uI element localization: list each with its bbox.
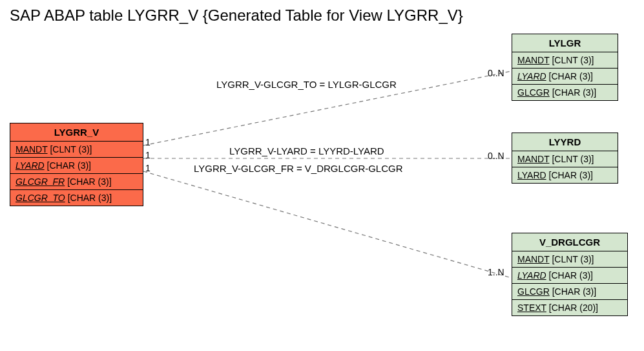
field-type: [CLNT (3)] xyxy=(50,144,92,154)
field-row: GLCGR [CHAR (3)] xyxy=(512,284,627,300)
field-name: GLCGR_TO xyxy=(16,193,65,203)
field-type: [CHAR (3)] xyxy=(67,176,111,187)
field-type: [CLNT (3)] xyxy=(552,254,594,264)
field-type: [CHAR (3)] xyxy=(549,71,593,81)
field-name: LYARD xyxy=(16,160,45,171)
entity-lylgr: LYLGR MANDT [CLNT (3)] LYARD [CHAR (3)] … xyxy=(512,34,618,101)
entity-vdrglcgr: V_DRGLCGR MANDT [CLNT (3)] LYARD [CHAR (… xyxy=(512,233,628,316)
field-row: LYARD [CHAR (3)] xyxy=(512,268,627,284)
field-name: LYARD xyxy=(517,71,546,81)
field-name: LYARD xyxy=(517,270,546,281)
field-type: [CHAR (20)] xyxy=(549,303,598,313)
field-type: [CHAR (3)] xyxy=(47,160,91,171)
entity-header: LYGRR_V xyxy=(10,123,143,142)
field-type: [CLNT (3)] xyxy=(552,55,594,65)
page-title: SAP ABAP table LYGRR_V {Generated Table … xyxy=(10,6,463,25)
cardinality-left-2: 1 xyxy=(145,150,151,160)
relation-label-2: LYGRR_V-LYARD = LYYRD-LYARD xyxy=(229,145,384,156)
field-name: STEXT xyxy=(517,303,546,313)
svg-line-2 xyxy=(143,171,512,278)
field-row: MANDT [CLNT (3)] xyxy=(512,251,627,268)
field-row: GLCGR_TO [CHAR (3)] xyxy=(10,190,143,206)
field-row: MANDT [CLNT (3)] xyxy=(512,52,618,69)
field-type: [CHAR (3)] xyxy=(552,286,596,297)
field-row: STEXT [CHAR (20)] xyxy=(512,300,627,315)
field-name: MANDT xyxy=(517,55,550,65)
field-name: GLCGR xyxy=(517,87,550,98)
relation-label-3: LYGRR_V-GLCGR_FR = V_DRGLCGR-GLCGR xyxy=(194,163,403,174)
field-name: GLCGR xyxy=(517,286,550,297)
field-name: MANDT xyxy=(16,144,48,154)
entity-lygrr-v: LYGRR_V MANDT [CLNT (3)] LYARD [CHAR (3)… xyxy=(10,123,143,206)
cardinality-right-3: 1..N xyxy=(488,267,504,277)
cardinality-right-1: 0..N xyxy=(488,68,504,78)
field-name: MANDT xyxy=(517,154,550,164)
entity-header: V_DRGLCGR xyxy=(512,233,627,251)
entity-lyyrd: LYYRD MANDT [CLNT (3)] LYARD [CHAR (3)] xyxy=(512,133,618,184)
field-row: LYARD [CHAR (3)] xyxy=(10,158,143,174)
field-row: LYARD [CHAR (3)] xyxy=(512,167,618,183)
cardinality-left-3: 1 xyxy=(145,163,151,173)
field-type: [CHAR (3)] xyxy=(549,170,593,180)
field-name: GLCGR_FR xyxy=(16,176,65,187)
field-type: [CHAR (3)] xyxy=(68,193,112,203)
entity-header: LYYRD xyxy=(512,133,618,151)
entity-header: LYLGR xyxy=(512,34,618,52)
field-row: MANDT [CLNT (3)] xyxy=(512,151,618,167)
field-type: [CLNT (3)] xyxy=(552,154,594,164)
field-row: GLCGR_FR [CHAR (3)] xyxy=(10,174,143,190)
field-name: MANDT xyxy=(517,254,550,264)
field-name: LYARD xyxy=(517,170,546,180)
field-type: [CHAR (3)] xyxy=(549,270,593,281)
field-row: GLCGR [CHAR (3)] xyxy=(512,85,618,100)
field-row: LYARD [CHAR (3)] xyxy=(512,69,618,85)
relation-label-1: LYGRR_V-GLCGR_TO = LYLGR-GLCGR xyxy=(216,79,397,90)
cardinality-right-2: 0..N xyxy=(488,151,504,161)
cardinality-left-1: 1 xyxy=(145,137,151,147)
field-type: [CHAR (3)] xyxy=(552,87,596,98)
field-row: MANDT [CLNT (3)] xyxy=(10,142,143,158)
